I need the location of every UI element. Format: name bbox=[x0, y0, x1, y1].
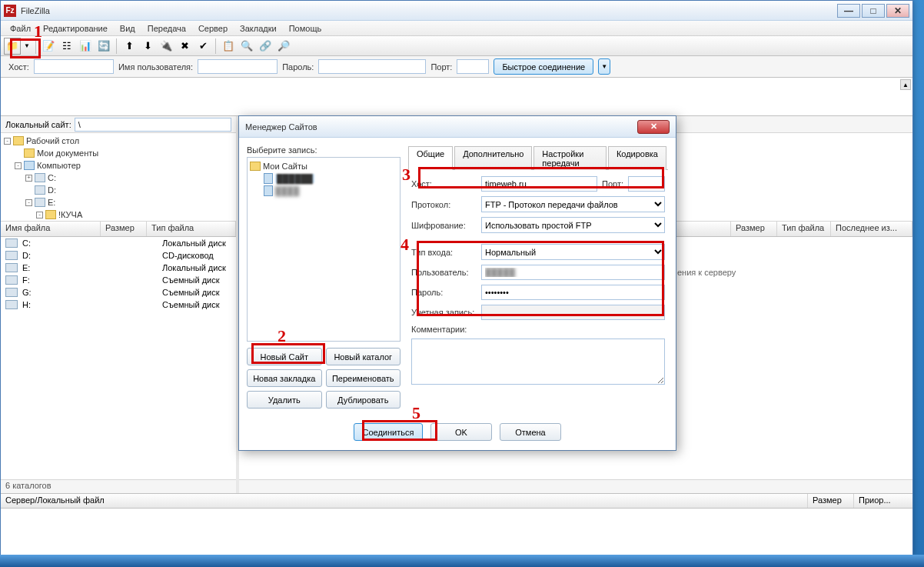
compare-icon[interactable]: 🔍 bbox=[238, 38, 255, 55]
rename-button[interactable]: Переименовать bbox=[326, 369, 401, 387]
password-input[interactable] bbox=[481, 285, 665, 300]
logon-type-select[interactable]: Нормальный bbox=[481, 244, 665, 260]
host-input[interactable] bbox=[481, 176, 597, 192]
local-tree[interactable]: -Рабочий стол Мои документы -Компьютер +… bbox=[1, 133, 236, 222]
annotation-2: 2 bbox=[278, 326, 286, 346]
drive-icon bbox=[5, 263, 18, 272]
qc-port-input[interactable] bbox=[457, 59, 489, 74]
toggle-log-icon[interactable]: 📝 bbox=[40, 38, 57, 55]
new-bookmark-button[interactable]: Новая закладка bbox=[247, 369, 322, 387]
menu-transfer[interactable]: Передача bbox=[141, 22, 192, 35]
menu-server[interactable]: Сервер bbox=[192, 22, 234, 35]
rcol-size[interactable]: Размер bbox=[731, 222, 777, 236]
user-input[interactable] bbox=[481, 265, 665, 280]
disconnect-icon[interactable]: 🔌 bbox=[158, 38, 174, 55]
reconnect2-icon[interactable]: ✔ bbox=[194, 38, 211, 55]
tree-kucha[interactable]: !КУЧА bbox=[58, 210, 82, 219]
list-item: E:Локальный диск bbox=[1, 262, 236, 274]
drive-icon bbox=[5, 275, 18, 285]
search-icon[interactable]: 🔎 bbox=[275, 38, 292, 55]
cancel-icon[interactable]: ⬇ bbox=[139, 38, 156, 55]
local-path-input[interactable] bbox=[75, 118, 231, 132]
scroll-up-icon[interactable]: ▲ bbox=[900, 79, 911, 90]
tree-desktop[interactable]: Рабочий стол bbox=[26, 136, 79, 145]
connect-button[interactable]: Соединиться bbox=[354, 423, 423, 441]
qc-port-label: Порт: bbox=[430, 62, 452, 72]
tree-docs[interactable]: Мои документы bbox=[37, 148, 98, 158]
new-site-button[interactable]: Новый Сайт bbox=[247, 348, 322, 365]
annotation-3: 3 bbox=[402, 165, 410, 185]
menu-edit[interactable]: Редактирование bbox=[37, 22, 114, 35]
qcol-size[interactable]: Размер bbox=[808, 494, 854, 508]
quickconnect-history-dropdown[interactable]: ▼ bbox=[598, 58, 610, 75]
sync-icon[interactable]: 🔗 bbox=[257, 38, 274, 55]
ok-button[interactable]: OK bbox=[430, 423, 492, 441]
tree-drive-d[interactable]: D: bbox=[48, 185, 56, 195]
qc-pass-label: Пароль: bbox=[282, 62, 314, 72]
qc-user-input[interactable] bbox=[198, 59, 278, 74]
qc-user-label: Имя пользователя: bbox=[118, 62, 193, 72]
col-size[interactable]: Размер bbox=[101, 222, 147, 236]
reconnect-icon[interactable]: ✖ bbox=[176, 38, 193, 55]
taskbar bbox=[0, 555, 924, 567]
qc-pass-input[interactable] bbox=[318, 59, 426, 74]
list-item: D:CD-дисковод bbox=[1, 249, 236, 262]
host-label: Хост: bbox=[411, 179, 477, 188]
menu-file[interactable]: Файл bbox=[4, 22, 37, 35]
app-title: FileZilla bbox=[21, 6, 836, 15]
delete-button[interactable]: Удалить bbox=[247, 391, 322, 409]
local-list-header: Имя файла Размер Тип файла bbox=[1, 222, 236, 237]
titlebar: Fz FileZilla — □ ✕ bbox=[1, 1, 912, 21]
refresh-icon[interactable]: 🔄 bbox=[95, 38, 112, 55]
site-manager-dropdown[interactable]: ▼ bbox=[22, 38, 32, 55]
site-manager-button[interactable]: 📁 bbox=[4, 38, 21, 55]
toolbar: 📁 ▼ 📝 ☷ 📊 🔄 ⬆ ⬇ 🔌 ✖ ✔ 📋 🔍 🔗 🔎 bbox=[1, 36, 912, 56]
dialog-close-button[interactable]: ✕ bbox=[637, 120, 670, 134]
tree-computer[interactable]: Компьютер bbox=[37, 161, 81, 170]
process-queue-icon[interactable]: ⬆ bbox=[121, 38, 138, 55]
qcol-server[interactable]: Сервер/Локальный файл bbox=[1, 494, 808, 508]
menu-view[interactable]: Вид bbox=[114, 22, 141, 35]
comments-textarea[interactable] bbox=[411, 339, 665, 385]
queue-header: Сервер/Локальный файл Размер Приор... bbox=[1, 493, 912, 509]
local-list[interactable]: C:Локальный диск D:CD-дисковод E:Локальн… bbox=[1, 237, 236, 479]
site-entry-1[interactable]: ██████ bbox=[275, 174, 314, 183]
qc-host-input[interactable] bbox=[34, 59, 114, 74]
new-folder-button[interactable]: Новый каталог bbox=[326, 348, 401, 365]
close-button[interactable]: ✕ bbox=[886, 4, 909, 18]
toggle-tree-icon[interactable]: ☷ bbox=[58, 38, 75, 55]
maximize-button[interactable]: □ bbox=[862, 4, 885, 18]
menu-help[interactable]: Помощь bbox=[283, 22, 328, 35]
encryption-select[interactable]: Использовать простой FTP bbox=[481, 217, 665, 233]
port-input[interactable] bbox=[628, 176, 665, 192]
menu-bookmarks[interactable]: Закладки bbox=[234, 22, 283, 35]
tab-charset[interactable]: Кодировка bbox=[608, 146, 666, 170]
protocol-label: Протокол: bbox=[411, 200, 477, 209]
rcol-modified[interactable]: Последнее из... bbox=[831, 222, 912, 236]
tab-transfer[interactable]: Настройки передачи bbox=[533, 146, 607, 170]
select-entry-label: Выберите запись: bbox=[247, 145, 401, 155]
rcol-type[interactable]: Тип файла bbox=[777, 222, 831, 236]
qcol-prio[interactable]: Приор... bbox=[854, 494, 912, 508]
col-type[interactable]: Тип файла bbox=[147, 222, 236, 236]
protocol-select[interactable]: FTP - Протокол передачи файлов bbox=[481, 196, 665, 212]
minimize-button[interactable]: — bbox=[837, 4, 860, 18]
tab-advanced[interactable]: Дополнительно bbox=[454, 146, 532, 170]
dialog-tabs: Общие Дополнительно Настройки передачи К… bbox=[408, 145, 668, 170]
drive-icon bbox=[5, 251, 18, 260]
cancel-button[interactable]: Отмена bbox=[500, 423, 561, 441]
dialog-title: Менеджер Сайтов bbox=[245, 122, 637, 132]
quickconnect-button[interactable]: Быстрое соединение bbox=[494, 58, 593, 75]
tree-drive-c[interactable]: C: bbox=[48, 173, 56, 182]
sites-root[interactable]: Мои Сайты bbox=[263, 162, 307, 171]
site-tree[interactable]: Мои Сайты ██████ ████ bbox=[247, 157, 401, 342]
tree-drive-e[interactable]: E: bbox=[48, 198, 55, 207]
site-entry-2[interactable]: ████ bbox=[275, 186, 299, 195]
toggle-queue-icon[interactable]: 📊 bbox=[77, 38, 94, 55]
filter-icon[interactable]: 📋 bbox=[220, 38, 237, 55]
comments-label: Комментарии: bbox=[411, 325, 477, 334]
tab-general[interactable]: Общие bbox=[408, 146, 453, 170]
local-path-label: Локальный сайт: bbox=[5, 120, 71, 129]
duplicate-button[interactable]: Дублировать bbox=[326, 391, 401, 409]
col-name[interactable]: Имя файла bbox=[1, 222, 101, 236]
